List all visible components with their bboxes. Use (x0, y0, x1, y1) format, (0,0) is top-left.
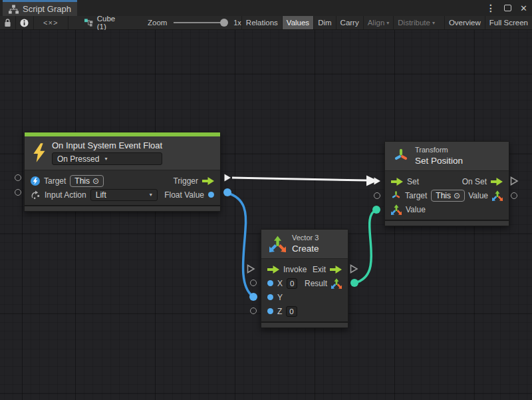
node-transform-set-position[interactable]: Transform Set Position Set On Set (384, 141, 509, 226)
tab-bar: Script Graph ⋮ ✕ (0, 0, 532, 16)
y-port-dot-icon (267, 294, 273, 300)
lightning-bolt-icon (33, 143, 46, 162)
transform-node-footer (385, 220, 509, 226)
dim-button[interactable]: Dim (313, 16, 335, 29)
port-vector3-z-in[interactable] (250, 307, 257, 314)
zoom-label: Zoom (148, 19, 167, 27)
flow-arrow-icon (202, 177, 214, 185)
relations-button[interactable]: Relations (241, 16, 282, 29)
port-event-target-in[interactable] (15, 174, 21, 181)
port-vector3-x-in[interactable] (250, 280, 257, 286)
transform-category: Transform (415, 146, 463, 154)
event-node-header[interactable]: On Input System Event Float On Pressed ▾ (25, 136, 220, 170)
port-event-trigger-out[interactable] (223, 173, 232, 182)
graph-asset-icon (84, 18, 93, 27)
vector3-z-row: Z 0 (261, 304, 348, 318)
wire-floatvalue-to-y[interactable] (227, 193, 253, 296)
x-port-dot-icon (267, 280, 273, 286)
carry-button[interactable]: Carry (336, 16, 363, 29)
vector3-node-title: Create (292, 244, 319, 254)
transform-node-header[interactable]: Transform Set Position (385, 142, 509, 171)
zoom-slider[interactable] (174, 22, 227, 23)
info-icon (20, 19, 29, 27)
node-vector3-create[interactable]: Vector 3 Create Invoke Exit (261, 229, 348, 328)
z-value-input[interactable]: 0 (286, 306, 297, 317)
vector3-icon (269, 236, 286, 252)
window-controls: ⋮ ✕ (486, 0, 527, 16)
transform-set-row: Set On Set (385, 174, 509, 188)
chevron-down-icon: ▾ (104, 156, 107, 162)
full-screen-button[interactable]: Full Screen (485, 16, 532, 29)
chevron-down-icon: ▾ (386, 20, 389, 26)
lock-button[interactable] (0, 16, 16, 29)
info-button[interactable] (16, 16, 34, 29)
event-mode-dropdown[interactable]: On Pressed ▾ (52, 152, 162, 165)
graph-canvas[interactable]: On Input System Event Float On Pressed ▾… (0, 30, 532, 400)
trigger-port-label: Trigger (173, 176, 198, 186)
port-event-action-in[interactable] (15, 189, 21, 196)
target-this-chip[interactable]: This ⊙ (70, 175, 104, 187)
input-action-icon (31, 190, 41, 200)
transform-value-row: Value (385, 202, 509, 216)
event-input-action-row: Input Action Lift ▾ Float Value (25, 188, 220, 202)
value-out-port-label: Value (468, 191, 488, 200)
transform-icon (391, 190, 401, 200)
close-icon[interactable]: ✕ (520, 4, 527, 13)
transform-node-title: Set Position (415, 156, 463, 166)
port-vector3-invoke-in[interactable] (247, 264, 255, 274)
code-icon: <×> (43, 19, 58, 27)
result-port-label: Result (305, 279, 327, 288)
graph-breadcrumb-label: Cube (1) (97, 15, 122, 31)
input-action-label: Input Action (45, 190, 86, 200)
zoom-slider-handle[interactable] (220, 19, 228, 27)
port-vector3-result-out[interactable] (350, 279, 358, 287)
vector3-node-footer (261, 321, 348, 327)
align-button[interactable]: Align▾ (363, 16, 394, 29)
zoom-value: 1x (233, 19, 241, 27)
port-transform-value-out[interactable] (511, 192, 517, 199)
maximize-icon[interactable] (504, 5, 511, 11)
z-port-label: Z (277, 307, 282, 316)
vector3-node-header[interactable]: Vector 3 Create (261, 230, 348, 259)
player-input-icon (31, 176, 40, 186)
vector3-category: Vector 3 (292, 234, 319, 242)
distribute-button[interactable]: Distribute▾ (393, 16, 439, 29)
input-action-dropdown[interactable]: Lift ▾ (90, 189, 158, 201)
event-node-title: On Input System Event Float (52, 140, 162, 150)
vector3-icon (391, 204, 402, 215)
target-port-label: Target (405, 191, 427, 200)
float-value-label: Float Value (164, 190, 204, 200)
port-event-floatvalue-out[interactable] (223, 188, 231, 196)
flow-arrow-icon (491, 178, 503, 186)
vector3-y-row: Y (261, 290, 348, 304)
toolbar-toggles: Relations Values Dim Carry Align▾ Distri… (241, 16, 532, 29)
set-port-label: Set (407, 177, 419, 186)
script-graph-window: Script Graph ⋮ ✕ <×> Cube (1) Zoom 1x Re… (0, 0, 532, 400)
tab-script-graph[interactable]: Script Graph (3, 0, 77, 16)
kebab-menu-icon[interactable]: ⋮ (486, 3, 495, 13)
port-transform-onset-out[interactable] (510, 176, 519, 186)
wire-trigger-to-set[interactable] (232, 178, 367, 180)
object-picker-icon: ⊙ (92, 176, 99, 186)
target-port-label: Target (44, 176, 66, 186)
values-button[interactable]: Values (282, 16, 313, 29)
chevron-down-icon: ▾ (150, 192, 152, 198)
node-on-input-system-event-float[interactable]: On Input System Event Float On Pressed ▾… (24, 132, 221, 212)
x-port-label: X (277, 279, 283, 288)
port-transform-value-in[interactable] (372, 206, 380, 214)
event-node-footer (25, 205, 220, 211)
x-value-input[interactable]: 0 (287, 278, 297, 289)
vector3-icon (331, 278, 342, 289)
target-this-chip[interactable]: This ⊙ (431, 190, 465, 202)
port-transform-set-in[interactable] (373, 176, 382, 186)
script-graph-icon (9, 5, 19, 14)
port-vector3-y-in[interactable] (249, 293, 257, 301)
overview-button[interactable]: Overview (444, 16, 485, 29)
edit-code-button[interactable]: <×> (34, 16, 68, 29)
port-transform-target-in[interactable] (374, 192, 380, 199)
port-vector3-exit-out[interactable] (350, 264, 358, 274)
on-set-port-label: On Set (462, 177, 487, 186)
event-target-row: Target This ⊙ Trigger (25, 174, 220, 188)
graph-breadcrumb[interactable]: Cube (1) (84, 16, 122, 29)
transform-icon (393, 148, 409, 164)
